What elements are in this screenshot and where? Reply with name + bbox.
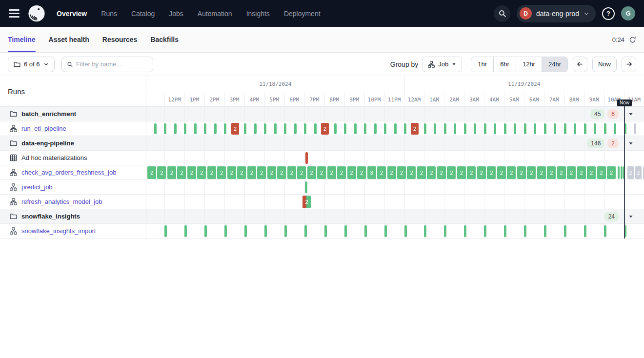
run-bar-success[interactable]: 2 <box>537 166 546 179</box>
run-bar-success[interactable] <box>324 225 327 237</box>
filter-by-name-input[interactable] <box>76 60 148 68</box>
run-bar-success[interactable]: 2 <box>417 166 426 179</box>
run-bar-success[interactable]: 2 <box>567 166 576 179</box>
run-bar-success[interactable] <box>154 123 157 134</box>
run-bar-success[interactable] <box>504 225 506 237</box>
run-bar-success[interactable]: 2 <box>407 166 416 179</box>
tab-asset-health[interactable]: Asset health <box>49 27 89 52</box>
run-bar-success[interactable] <box>464 123 466 134</box>
page-back-button[interactable] <box>573 57 587 72</box>
run-bar-success[interactable]: 2 <box>597 166 606 179</box>
nav-item-catalog[interactable]: Catalog <box>131 10 155 18</box>
success-count-badge[interactable]: 24 <box>604 212 619 221</box>
run-bar-success[interactable]: 2 <box>347 166 356 179</box>
run-bar-success[interactable]: 2 <box>497 166 506 179</box>
run-bar-success[interactable] <box>304 225 307 237</box>
run-bar-success[interactable] <box>244 225 247 237</box>
run-bar-success[interactable] <box>444 225 446 237</box>
run-bar-success[interactable]: 2 <box>227 166 236 179</box>
run-bar-success[interactable] <box>464 225 466 237</box>
run-bar-success[interactable]: 2 <box>147 166 156 179</box>
run-bar-success[interactable] <box>314 123 317 134</box>
run-bar-future[interactable] <box>634 123 636 134</box>
run-bar-success[interactable]: 2 <box>357 166 366 179</box>
run-bar-success[interactable] <box>294 123 297 134</box>
run-bar-success[interactable] <box>344 225 347 237</box>
run-bar-success[interactable] <box>564 123 566 134</box>
run-bar-success[interactable] <box>384 225 387 237</box>
run-bar-success[interactable] <box>394 123 397 134</box>
run-bar-failure[interactable]: 2 <box>411 123 419 135</box>
run-bar-success[interactable]: 2 <box>157 166 166 179</box>
run-bar-success[interactable]: 2 <box>317 166 326 179</box>
run-bar-success[interactable] <box>174 123 177 134</box>
run-bar-success[interactable] <box>164 123 166 134</box>
run-bar-success[interactable] <box>305 181 307 193</box>
run-bar-success[interactable]: 2 <box>177 166 186 179</box>
expand-group-caret[interactable] <box>628 141 633 146</box>
run-bar-success[interactable]: 2 <box>217 166 226 179</box>
help-button[interactable]: ? <box>602 7 615 20</box>
run-bar-success[interactable] <box>204 225 207 237</box>
deployment-switcher[interactable]: D data-eng-prod <box>517 5 596 22</box>
nav-item-insights[interactable]: Insights <box>246 10 270 18</box>
run-bar-success[interactable] <box>584 123 586 134</box>
dagster-logo[interactable] <box>27 4 46 23</box>
run-bar-success[interactable]: 2 <box>457 166 466 179</box>
run-bar-success[interactable] <box>254 123 257 134</box>
run-bar-success[interactable]: 2 <box>247 166 256 179</box>
run-bar-success[interactable] <box>574 123 576 134</box>
run-bar-success[interactable] <box>264 123 266 134</box>
range-12hr-button[interactable]: 12hr <box>516 57 542 72</box>
run-bar-failure[interactable]: 2 <box>231 123 239 135</box>
run-bar-failure[interactable] <box>305 152 308 164</box>
job-link-snowflake-insights-import[interactable]: snowflake_insights_import <box>21 227 96 235</box>
tab-resources[interactable]: Resources <box>102 27 138 52</box>
run-bar-success[interactable] <box>534 123 536 134</box>
range-1hr-button[interactable]: 1hr <box>471 57 493 72</box>
tab-backfills[interactable]: Backfills <box>150 27 179 52</box>
run-bar-success[interactable] <box>544 225 546 237</box>
run-bar-success[interactable] <box>164 225 167 237</box>
page-forward-button[interactable] <box>622 57 636 72</box>
run-bar-success[interactable]: 2 <box>277 166 286 179</box>
run-bar-success[interactable] <box>424 225 426 237</box>
nav-item-overview[interactable]: Overview <box>57 10 87 18</box>
run-bar-success[interactable] <box>304 123 306 134</box>
run-bar-success[interactable]: 2 <box>257 166 266 179</box>
run-bar-success[interactable] <box>194 123 197 134</box>
run-bar-success[interactable] <box>604 225 606 237</box>
run-bar-success[interactable] <box>184 225 187 237</box>
run-bar-success[interactable] <box>484 123 486 134</box>
code-location-selector[interactable]: 6 of 6 <box>8 57 55 72</box>
run-bar-success[interactable] <box>564 225 566 237</box>
run-bar-success[interactable] <box>224 225 227 237</box>
run-bar-success[interactable] <box>424 123 426 134</box>
nav-item-deployment[interactable]: Deployment <box>284 10 321 18</box>
tab-timeline[interactable]: Timeline <box>8 27 36 52</box>
run-bar-success[interactable]: 2 <box>287 166 296 179</box>
run-bar-success[interactable] <box>484 225 486 237</box>
run-bar-success[interactable]: 2 <box>557 166 566 179</box>
run-bar-success[interactable] <box>374 123 377 134</box>
run-bar-success[interactable] <box>434 123 436 134</box>
run-bar-success[interactable]: 2 <box>577 166 586 179</box>
run-bar-success[interactable] <box>621 166 623 179</box>
nav-item-jobs[interactable]: Jobs <box>169 10 183 18</box>
run-bar-success[interactable]: 2 <box>527 166 536 179</box>
run-bar-failure[interactable]: 2 <box>321 123 329 135</box>
run-bar-success[interactable]: 2 <box>267 166 276 179</box>
job-link-refresh-analytics-model-job[interactable]: refresh_analytics_model_job <box>21 198 102 205</box>
success-count-badge[interactable]: 45 <box>590 109 604 119</box>
range-24hr-button[interactable]: 24hr <box>542 57 567 72</box>
run-bar-success[interactable]: 2 <box>587 166 596 179</box>
run-bar-success[interactable] <box>334 123 337 134</box>
failure-count-badge[interactable]: 2 <box>607 139 619 148</box>
job-link-run-etl-pipeline[interactable]: run_etl_pipeline <box>21 125 66 132</box>
run-bar-success[interactable]: 2 <box>547 166 556 179</box>
range-6hr-button[interactable]: 6hr <box>493 57 516 72</box>
run-bar-success[interactable] <box>264 225 267 237</box>
run-bar-success[interactable] <box>244 123 246 134</box>
run-bar-success[interactable]: 2 <box>517 166 526 179</box>
run-bar-success[interactable] <box>584 225 586 237</box>
